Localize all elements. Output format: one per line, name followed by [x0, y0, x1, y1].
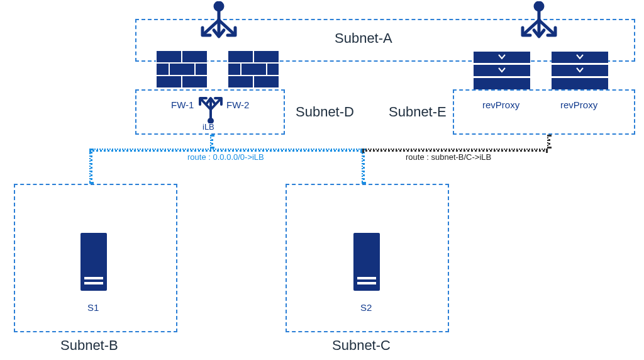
subnet-e-box — [453, 89, 635, 135]
route-line — [547, 135, 550, 149]
route-line — [210, 135, 213, 149]
firewall-icon — [228, 50, 279, 88]
route-line — [362, 149, 548, 152]
fw2-label: FW-2 — [226, 99, 249, 110]
subnet-d-label: Subnet-D — [296, 104, 354, 120]
route-line — [89, 149, 362, 152]
revproxy-icon — [474, 52, 530, 91]
route-line — [89, 149, 92, 184]
load-balancer-icon — [199, 1, 239, 50]
revproxy-right-label: revProxy — [560, 99, 597, 110]
firewall-icon — [156, 50, 208, 88]
server-icon — [80, 233, 107, 291]
route-line — [362, 149, 365, 184]
route-right-label: route : subnet-B/C->iLB — [406, 152, 491, 162]
server-icon — [353, 233, 380, 291]
s2-label: S2 — [360, 302, 372, 313]
s1-label: S1 — [87, 302, 99, 313]
ilb-label: iLB — [203, 122, 214, 132]
fw1-label: FW-1 — [171, 99, 194, 110]
revproxy-icon — [552, 52, 608, 91]
subnet-e-label: Subnet-E — [389, 104, 447, 120]
subnet-b-label: Subnet-B — [60, 337, 118, 354]
route-left-label: route : 0.0.0.0/0->iLB — [187, 152, 264, 162]
subnet-c-label: Subnet-C — [332, 337, 391, 354]
internal-load-balancer-icon — [197, 93, 224, 123]
revproxy-left-label: revProxy — [482, 99, 519, 110]
load-balancer-icon — [519, 1, 559, 50]
subnet-a-label: Subnet-A — [335, 30, 392, 47]
